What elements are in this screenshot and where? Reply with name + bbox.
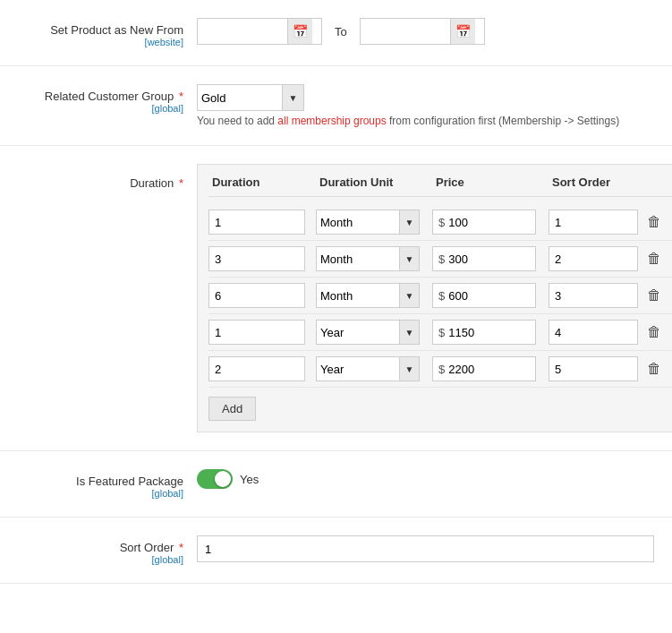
delete-row-4-button[interactable]: 🗑 [645, 324, 663, 340]
new-from-label: Set Product as New From [50, 23, 183, 37]
price-input-2[interactable] [448, 247, 520, 270]
sort-input-1[interactable] [549, 210, 638, 235]
customer-group-select-wrap[interactable]: Gold Silver Bronze ▼ [197, 84, 304, 111]
delete-row-2-button[interactable]: 🗑 [645, 251, 663, 267]
new-to-date-wrapper: 📅 [360, 18, 485, 45]
sort-input-2[interactable] [549, 246, 638, 271]
sort-input-5[interactable] [549, 356, 638, 381]
new-from-scope: [website] [18, 37, 183, 47]
calendar-icon-to: 📅 [455, 24, 471, 38]
duration-table: Duration Duration Unit Price Sort Order … [197, 164, 672, 432]
new-from-date-wrapper: 📅 [197, 18, 322, 45]
chevron-down-icon: ▼ [405, 364, 414, 374]
price-wrap-5: $ [432, 356, 536, 381]
sort-input-4[interactable] [549, 320, 638, 345]
customer-group-scope: [global] [18, 103, 183, 114]
featured-yes-label: Yes [240, 473, 259, 486]
duration-input-1[interactable] [208, 210, 305, 235]
duration-input-4[interactable] [208, 320, 305, 345]
price-symbol-5: $ [433, 363, 448, 376]
unit-select-wrap-5[interactable]: Month Year Day Week ▼ [316, 356, 420, 381]
unit-chevron-1: ▼ [399, 210, 419, 234]
chevron-down-icon: ▼ [289, 93, 298, 103]
unit-chevron-5: ▼ [399, 357, 419, 381]
duration-input-2[interactable] [208, 246, 305, 271]
duration-required: * [179, 176, 183, 190]
header-unit: Duration Unit [316, 175, 432, 189]
price-input-4[interactable] [448, 321, 520, 344]
delete-row-1-button[interactable]: 🗑 [645, 214, 663, 230]
new-to-date-input[interactable] [361, 19, 450, 44]
price-wrap-3: $ [432, 283, 536, 308]
chevron-down-icon: ▼ [405, 328, 414, 338]
calendar-icon: 📅 [293, 24, 308, 38]
unit-select-wrap-2[interactable]: Month Year Day Week ▼ [316, 246, 420, 271]
unit-chevron-3: ▼ [399, 284, 419, 307]
delete-row-5-button[interactable]: 🗑 [645, 361, 663, 377]
table-row: Month Year Day Week ▼ $ 🗑 [208, 278, 672, 314]
add-row-wrap: Add [208, 388, 672, 421]
sort-order-required: * [179, 541, 183, 554]
customer-group-helper: You need to add all membership groups fr… [197, 115, 654, 127]
customer-group-chevron: ▼ [282, 85, 303, 110]
price-wrap-4: $ [432, 320, 536, 345]
customer-group-required: * [179, 90, 183, 103]
delete-row-3-button[interactable]: 🗑 [645, 287, 663, 304]
add-duration-button[interactable]: Add [208, 397, 256, 421]
customer-group-label: Related Customer Group [45, 90, 174, 103]
featured-label: Is Featured Package [76, 475, 183, 488]
new-from-field: 📅 To 📅 [197, 18, 654, 45]
duration-input-3[interactable] [208, 283, 305, 308]
unit-select-5[interactable]: Month Year Day Week [317, 357, 399, 381]
price-input-3[interactable] [448, 284, 520, 307]
chevron-down-icon: ▼ [405, 254, 414, 264]
sort-order-input[interactable] [197, 535, 654, 562]
unit-select-1[interactable]: Month Year Day Week [317, 210, 399, 234]
unit-select-wrap-3[interactable]: Month Year Day Week ▼ [316, 283, 420, 308]
table-row: Month Year Day Week ▼ $ 🗑 [208, 241, 672, 278]
unit-chevron-2: ▼ [399, 247, 419, 270]
table-row: Month Year Day Week ▼ $ 🗑 [208, 314, 672, 351]
chevron-down-icon: ▼ [405, 218, 414, 227]
featured-toggle[interactable] [197, 469, 233, 489]
price-symbol-4: $ [433, 326, 448, 339]
featured-toggle-wrap: Yes [197, 469, 654, 489]
table-row: Month Year Day Week ▼ $ 🗑 [208, 351, 672, 388]
sort-input-3[interactable] [549, 283, 638, 308]
header-sort-order: Sort Order [549, 175, 656, 189]
customer-group-select[interactable]: Gold Silver Bronze [198, 85, 282, 110]
unit-select-4[interactable]: Month Year Day Week [317, 321, 399, 344]
price-input-1[interactable] [448, 210, 520, 234]
duration-input-5[interactable] [208, 356, 305, 381]
sort-order-scope: [global] [18, 554, 183, 565]
unit-select-2[interactable]: Month Year Day Week [317, 247, 399, 270]
featured-scope: [global] [18, 488, 183, 499]
duration-table-header: Duration Duration Unit Price Sort Order [208, 175, 672, 197]
to-label: To [329, 25, 353, 38]
toggle-knob [215, 471, 231, 487]
price-wrap-1: $ [432, 210, 536, 235]
unit-chevron-4: ▼ [399, 321, 419, 344]
unit-select-3[interactable]: Month Year Day Week [317, 284, 399, 307]
membership-groups-link[interactable]: all membership groups [277, 115, 386, 127]
new-from-calendar-btn[interactable]: 📅 [287, 19, 312, 44]
table-row: Month Year Day Week ▼ $ 🗑 [208, 204, 672, 241]
sort-order-label: Sort Order [120, 541, 174, 554]
header-price: Price [432, 175, 549, 189]
new-to-calendar-btn[interactable]: 📅 [450, 19, 475, 44]
price-wrap-2: $ [432, 246, 536, 271]
price-symbol-3: $ [433, 289, 448, 303]
new-from-date-input[interactable] [198, 19, 287, 44]
unit-select-wrap-4[interactable]: Month Year Day Week ▼ [316, 320, 420, 345]
price-input-5[interactable] [448, 357, 520, 381]
duration-label: Duration [130, 176, 174, 190]
price-symbol-1: $ [433, 216, 448, 229]
header-duration: Duration [208, 175, 316, 189]
unit-select-wrap-1[interactable]: Month Year Day Week ▼ [316, 210, 420, 235]
header-action [656, 175, 672, 189]
price-symbol-2: $ [433, 252, 448, 266]
chevron-down-icon: ▼ [405, 291, 414, 301]
